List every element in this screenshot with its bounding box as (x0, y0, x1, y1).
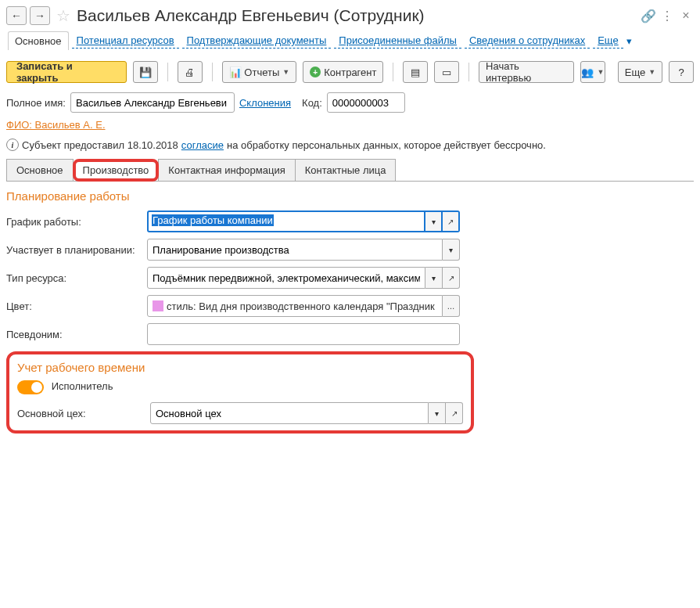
workshop-label: Основной цех: (17, 408, 150, 419)
resource-type-open-button[interactable]: ↗ (443, 267, 460, 289)
chevron-down-icon: ▼ (597, 68, 604, 76)
divider (212, 63, 213, 81)
nav-potential[interactable]: Потенциал ресурсов (72, 33, 179, 49)
reports-button[interactable]: 📊 Отчеты▼ (222, 61, 296, 83)
nav-more[interactable]: Еще (593, 33, 623, 49)
list-view-button[interactable]: ▤ (403, 61, 428, 83)
nav-files[interactable]: Присоединенные файлы (334, 33, 461, 49)
save-icon: 💾 (139, 67, 152, 78)
planning-label: Участвует в планировании: (6, 244, 147, 256)
full-name-input[interactable] (70, 92, 235, 113)
nav-more-arrow-icon[interactable]: ▾ (626, 35, 632, 47)
chevron-down-icon: ▼ (282, 68, 289, 76)
performer-label: Исполнитель (52, 380, 113, 392)
reports-icon: 📊 (229, 67, 242, 78)
print-button[interactable]: 🖨 (178, 61, 203, 83)
favorite-star-icon[interactable]: ☆ (56, 6, 70, 25)
workshop-dropdown-button[interactable]: ▾ (429, 402, 446, 424)
back-button[interactable]: ← (6, 6, 27, 25)
nav-employees[interactable]: Сведения о сотрудниках (465, 33, 590, 49)
schedule-open-button[interactable]: ↗ (443, 210, 460, 232)
help-button[interactable]: ? (669, 61, 694, 83)
info-icon: i (6, 139, 19, 151)
forward-button[interactable]: → (30, 6, 50, 25)
declension-link[interactable]: Склонения (239, 97, 291, 109)
consent-suffix: на обработку персональных данных, которо… (227, 139, 546, 151)
divider (468, 63, 469, 81)
tab-contact[interactable]: Контактная информация (158, 159, 295, 182)
code-input[interactable] (327, 92, 405, 113)
tab-production[interactable]: Производство (73, 159, 160, 182)
plus-icon: + (310, 67, 321, 77)
color-more-button[interactable]: … (443, 295, 460, 317)
kebab-menu-icon[interactable]: ⋮ (659, 9, 675, 23)
users-button[interactable]: 👥▼ (580, 61, 605, 83)
tab-main[interactable]: Основное (6, 159, 74, 182)
section-planning-title: Планирование работы (6, 189, 694, 203)
nav-docs[interactable]: Подтверждающие документы (182, 33, 332, 49)
consent-prefix: Субъект предоставил 18.10.2018 (22, 139, 178, 151)
workshop-open-button[interactable]: ↗ (446, 402, 463, 424)
consent-link[interactable]: согласие (181, 139, 224, 151)
save-button[interactable]: 💾 (133, 61, 158, 83)
users-icon: 👥 (581, 67, 594, 78)
close-icon[interactable]: × (678, 9, 694, 23)
resource-type-label: Тип ресурса: (6, 272, 147, 284)
card-view-button[interactable]: ▭ (434, 61, 459, 83)
color-swatch-icon (153, 300, 163, 311)
divider (393, 63, 393, 81)
section-time-title: Учет рабочего времени (17, 361, 463, 374)
card-icon: ▭ (442, 67, 451, 78)
planning-dropdown-button[interactable]: ▾ (443, 239, 460, 261)
list-icon: ▤ (411, 67, 420, 78)
time-tracking-highlight: Учет рабочего времени Исполнитель Основн… (6, 351, 474, 434)
more-button[interactable]: Еще▼ (618, 61, 662, 83)
code-label: Код: (302, 97, 322, 109)
print-icon: 🖨 (185, 67, 195, 78)
schedule-dropdown-button[interactable]: ▾ (425, 210, 443, 232)
interview-button[interactable]: Начать интервью (479, 61, 574, 83)
resource-type-input[interactable] (147, 267, 425, 289)
color-input[interactable]: стиль: Вид дня производственного календа… (147, 295, 443, 317)
full-name-label: Полное имя: (6, 97, 66, 109)
nav-main[interactable]: Основное (8, 31, 69, 50)
link-icon[interactable]: 🔗 (641, 9, 656, 23)
fio-link[interactable]: ФИО: Васильев А. Е. (6, 119, 106, 131)
planning-input[interactable] (147, 239, 443, 261)
tab-persons[interactable]: Контактные лица (295, 159, 397, 182)
alias-label: Псевдоним: (6, 329, 147, 340)
schedule-label: График работы: (6, 216, 147, 228)
color-label: Цвет: (6, 300, 147, 312)
divider (167, 63, 168, 81)
performer-toggle[interactable] (17, 380, 44, 394)
chevron-down-icon: ▼ (648, 68, 655, 76)
workshop-input[interactable] (150, 402, 429, 424)
page-title: Васильев Александр Евгеньевич (Сотрудник… (77, 6, 637, 25)
alias-input[interactable] (147, 323, 460, 345)
save-close-button[interactable]: Записать и закрыть (6, 61, 127, 83)
resource-type-dropdown-button[interactable]: ▾ (425, 267, 443, 289)
contractor-button[interactable]: +Контрагент (303, 61, 383, 83)
